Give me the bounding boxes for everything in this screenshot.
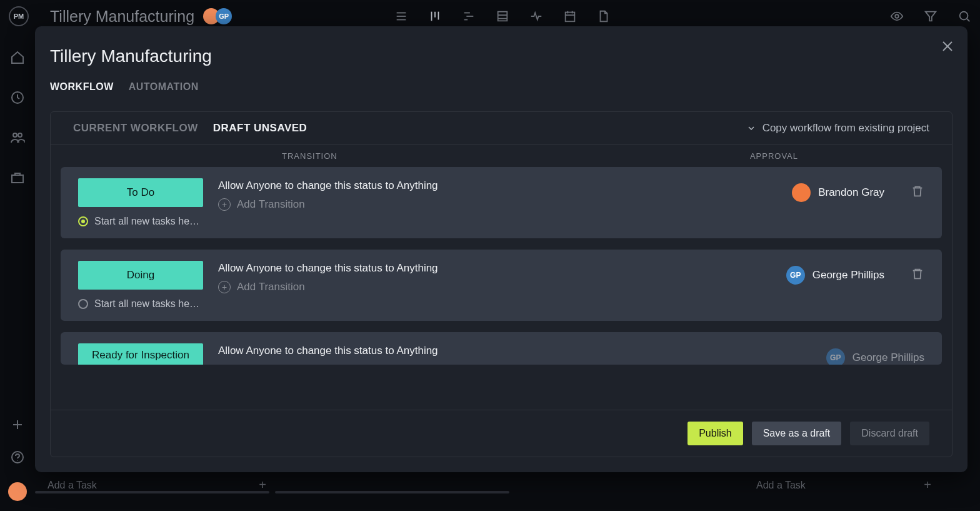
delete-status-button[interactable]: [911, 267, 924, 281]
column-add-task[interactable]: Add a Task +: [48, 478, 266, 492]
project-title: Tillery Manufacturing: [50, 8, 194, 26]
delete-status-button[interactable]: [911, 185, 924, 198]
tab-draft-unsaved[interactable]: DRAFT UNSAVED: [213, 122, 308, 134]
plus-icon: +: [259, 478, 266, 492]
publish-button[interactable]: Publish: [688, 422, 742, 445]
radio-icon: [78, 216, 88, 226]
status-pill[interactable]: To Do: [78, 178, 203, 207]
add-task-label: Add a Task: [48, 480, 97, 491]
avatar[interactable]: GP: [216, 8, 232, 24]
tab-workflow[interactable]: WORKFLOW: [50, 81, 114, 101]
column-divider: [35, 491, 269, 493]
plus-icon: +: [924, 478, 931, 492]
status-transitions: Allow Anyone to change this status to An…: [218, 261, 771, 293]
status-transitions: Allow Anyone to change this status to An…: [218, 343, 811, 357]
approver-name: George Phillips: [812, 269, 884, 281]
copy-workflow-link[interactable]: Copy workflow from existing project: [746, 122, 929, 134]
svg-point-16: [895, 14, 899, 18]
board-icon[interactable]: [428, 9, 442, 23]
column-divider: [275, 491, 509, 493]
status-approval[interactable]: Brandon Gray: [792, 183, 884, 202]
svg-point-18: [960, 12, 968, 20]
svg-rect-12: [566, 13, 575, 22]
status-pill[interactable]: Doing: [78, 261, 203, 290]
approver-avatar: GP: [826, 348, 845, 365]
status-left: To Do Start all new tasks he…: [78, 178, 203, 227]
plus-circle-icon: +: [218, 281, 231, 293]
gantt-icon[interactable]: [462, 9, 476, 23]
user-avatar[interactable]: [8, 482, 27, 501]
search-icon[interactable]: [958, 9, 971, 23]
panel-actions: Publish Save as a draft Discard draft: [51, 410, 952, 457]
transition-desc: Allow Anyone to change this status to An…: [218, 345, 811, 357]
col-approval: APPROVAL: [750, 151, 798, 161]
app-sidebar: [0, 33, 35, 511]
header-avatars[interactable]: GP: [207, 8, 232, 24]
columns-header: TRANSITION APPROVAL: [51, 145, 952, 167]
file-icon[interactable]: [597, 9, 611, 23]
status-approval[interactable]: GP George Phillips: [826, 348, 924, 365]
add-task-label: Add a Task: [756, 480, 806, 491]
svg-rect-9: [498, 12, 508, 21]
view-switcher: [394, 9, 611, 23]
status-left: Doing Start all new tasks he…: [78, 261, 203, 310]
app-logo[interactable]: PM: [9, 6, 29, 26]
sheet-icon[interactable]: [496, 9, 509, 23]
clock-icon[interactable]: [10, 90, 25, 105]
status-card-todo: To Do Start all new tasks he… Allow Anyo…: [61, 167, 942, 238]
eye-icon[interactable]: [890, 9, 904, 23]
plus-icon[interactable]: [10, 417, 25, 432]
help-icon[interactable]: [10, 450, 25, 465]
svg-point-21: [13, 133, 17, 137]
status-pill[interactable]: Ready for Inspection: [78, 343, 203, 365]
approver-avatar: [792, 183, 811, 202]
tab-current-workflow[interactable]: CURRENT WORKFLOW: [73, 122, 198, 134]
col-transition: TRANSITION: [282, 151, 338, 161]
start-tasks-radio[interactable]: Start all new tasks he…: [78, 298, 203, 310]
status-left: Ready for Inspection: [78, 343, 203, 365]
copy-workflow-label: Copy workflow from existing project: [762, 122, 929, 134]
workflow-modal: Tillery Manufacturing WORKFLOW AUTOMATIO…: [35, 26, 968, 472]
header-tools: [890, 9, 971, 23]
calendar-icon[interactable]: [563, 9, 577, 23]
modal-title: Tillery Manufacturing: [50, 46, 952, 66]
approver-name: Brandon Gray: [818, 186, 884, 199]
workflow-panel: CURRENT WORKFLOW DRAFT UNSAVED Copy work…: [50, 111, 952, 457]
add-transition-label: Add Transition: [237, 281, 305, 293]
panel-top: CURRENT WORKFLOW DRAFT UNSAVED Copy work…: [51, 112, 952, 145]
plus-circle-icon: +: [218, 198, 231, 211]
column-add-task[interactable]: Add a Task +: [756, 478, 931, 492]
approver-name: George Phillips: [852, 352, 924, 364]
home-icon[interactable]: [10, 50, 25, 65]
start-tasks-label: Start all new tasks he…: [94, 216, 199, 227]
briefcase-icon[interactable]: [10, 170, 25, 185]
people-icon[interactable]: [10, 130, 25, 145]
approver-avatar: GP: [786, 266, 805, 285]
svg-rect-23: [12, 175, 23, 183]
start-tasks-radio[interactable]: Start all new tasks he…: [78, 216, 203, 227]
status-transitions: Allow Anyone to change this status to An…: [218, 178, 777, 211]
svg-point-22: [18, 133, 22, 137]
svg-line-19: [967, 19, 970, 22]
list-icon[interactable]: [394, 9, 408, 23]
modal-header: Tillery Manufacturing: [35, 26, 968, 66]
add-transition-button[interactable]: + Add Transition: [218, 281, 771, 293]
add-transition-label: Add Transition: [237, 198, 305, 211]
close-icon: [940, 39, 955, 54]
modal-tabs: WORKFLOW AUTOMATION: [35, 81, 968, 101]
save-draft-button[interactable]: Save as a draft: [752, 422, 842, 445]
close-button[interactable]: [940, 39, 955, 54]
transition-desc: Allow Anyone to change this status to An…: [218, 262, 771, 275]
discard-draft-button[interactable]: Discard draft: [850, 422, 929, 445]
status-tabs: CURRENT WORKFLOW DRAFT UNSAVED: [73, 122, 307, 134]
activity-icon[interactable]: [529, 9, 543, 23]
tab-automation[interactable]: AUTOMATION: [129, 81, 199, 101]
transition-desc: Allow Anyone to change this status to An…: [218, 180, 777, 192]
add-transition-button[interactable]: + Add Transition: [218, 198, 777, 211]
status-approval[interactable]: GP George Phillips: [786, 266, 884, 285]
workflow-list: To Do Start all new tasks he… Allow Anyo…: [51, 167, 952, 410]
status-card-ready: Ready for Inspection Allow Anyone to cha…: [61, 332, 942, 365]
svg-marker-17: [926, 12, 936, 21]
filter-icon[interactable]: [924, 9, 938, 23]
radio-icon: [78, 299, 88, 309]
